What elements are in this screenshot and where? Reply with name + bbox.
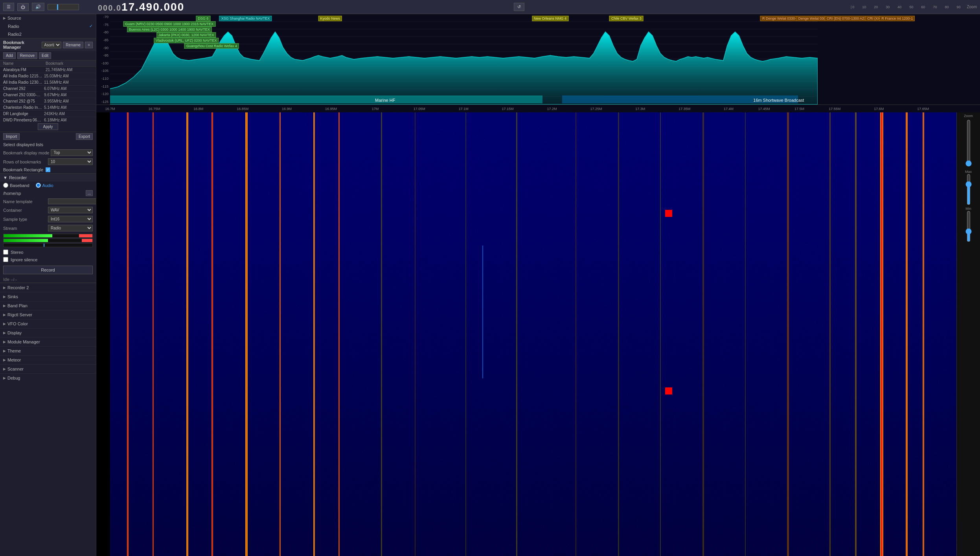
stream-select[interactable]: Radio VFO A bbox=[48, 225, 93, 231]
volume-button[interactable]: 🔊 bbox=[32, 3, 44, 11]
rows-select[interactable]: 10 5 15 bbox=[48, 158, 93, 165]
record-btn[interactable]: Record bbox=[3, 266, 93, 274]
band-plan-label: Band Plan bbox=[7, 303, 28, 308]
sidebar-item-radio2[interactable]: Radio2 bbox=[0, 30, 96, 38]
sidebar-item-radio[interactable]: Radio ✓ bbox=[0, 22, 96, 30]
bookmark-guangzhou[interactable]: Guangzhou Cost Radio Wefax 4 bbox=[184, 43, 239, 49]
y-label-0: -70 bbox=[96, 15, 110, 19]
bookmark-cri-xx[interactable]: CRI (XX) 0600-1 bbox=[865, 16, 895, 21]
bookmark-row-3[interactable]: Channel 2926.07MHz AM bbox=[0, 86, 96, 92]
red-square-2 bbox=[665, 387, 672, 395]
freq-tick-5: 16.95M bbox=[325, 107, 337, 111]
container-select[interactable]: WAV FLAC bbox=[48, 207, 93, 213]
bookmark-add-btn[interactable]: Add bbox=[3, 52, 16, 59]
bookmark-row-5[interactable]: Channel 292 @753.955MHz AM bbox=[0, 98, 96, 105]
power-button[interactable]: ⏻ bbox=[17, 3, 29, 11]
sidebar-item-debug[interactable]: ▶ Debug bbox=[0, 373, 96, 382]
bookmark-new-orleans[interactable]: New Orleans NMG 4 bbox=[532, 16, 568, 21]
y-label-1: -75 bbox=[96, 23, 110, 27]
spectrum-svg bbox=[110, 14, 818, 105]
freq-tick-6: 17M bbox=[372, 107, 379, 111]
sidebar-item-band-plan[interactable]: ▶ Band Plan bbox=[0, 301, 96, 310]
bookmark-r-france[interactable]: R France Int 1200-1 bbox=[879, 16, 915, 21]
sidebar-item-source[interactable]: ▶ Source bbox=[0, 14, 96, 22]
recorder2-label: Recorder 2 bbox=[7, 285, 29, 290]
bookmark-row-1[interactable]: All India Radio 1215-1315 A2315.03MHz AM bbox=[0, 73, 96, 79]
rigctl-label: Rigctl Server bbox=[7, 312, 32, 317]
freq-tick-0: 16.7M bbox=[105, 107, 115, 111]
ignore-silence-checkbox[interactable] bbox=[3, 257, 8, 262]
bookmark-row-4[interactable]: Channel 292 0300-17009.67MHz AM bbox=[0, 92, 96, 98]
bookmark-edit-btn[interactable]: Edit bbox=[39, 52, 51, 59]
wf-signal-med-6 bbox=[618, 112, 619, 556]
bookmark-jakarta[interactable]: Jakarta (PKX) 0030, 1200 NAVTEX bbox=[156, 32, 216, 38]
zoom-tick-2: 20 bbox=[874, 5, 878, 9]
refresh-button[interactable]: ↺ bbox=[514, 3, 524, 11]
sidebar-item-rigctl[interactable]: ▶ Rigctl Server bbox=[0, 310, 96, 319]
bookmark-manager-section: Bookmark Manager Asorti Rename + Add Rem… bbox=[0, 39, 96, 174]
max-slider[interactable] bbox=[965, 174, 972, 205]
sidebar-item-scanner[interactable]: ▶ Scanner bbox=[0, 364, 96, 373]
bookmark-guam[interactable]: Guam (NRV) 0230 0500 0900 1000 1900 2315… bbox=[123, 21, 215, 27]
recorder-header[interactable]: ▼ Recorder bbox=[0, 174, 96, 182]
sidebar-item-sinks[interactable]: ▶ Sinks bbox=[0, 292, 96, 301]
debug-arrow: ▶ bbox=[3, 376, 6, 380]
name-template-input[interactable]: $y-$M-$d_$h-$m-$s_$t_$f bbox=[48, 198, 96, 204]
wf-signal-6 bbox=[279, 112, 281, 556]
bookmark-xsg[interactable]: XSG Shanghai Radio NAVTEX bbox=[219, 16, 272, 21]
bookmark-remove-btn[interactable]: Remove bbox=[17, 52, 37, 59]
bookmark-row-6[interactable]: Charleston Radio International5.14MHz AM bbox=[0, 105, 96, 111]
audio-radio[interactable]: Audio bbox=[36, 183, 53, 188]
zoom-slider[interactable] bbox=[965, 119, 972, 167]
stream-row: Stream Radio VFO A bbox=[0, 224, 96, 233]
menu-button[interactable]: ☰ bbox=[3, 3, 14, 11]
bookmark-add-list-btn[interactable]: + bbox=[85, 42, 93, 48]
bookmark-vladivostok[interactable]: Vladivostok (URL, UFZ) 0200 NAVTEX bbox=[154, 38, 219, 43]
sidebar-item-theme[interactable]: ▶ Theme bbox=[0, 346, 96, 355]
bookmark-dsg6[interactable]: DSG 6 bbox=[196, 16, 210, 21]
min-slider[interactable] bbox=[965, 211, 972, 242]
band-marine-hf-label: Marine HF bbox=[375, 98, 395, 103]
apply-btn[interactable]: Apply bbox=[38, 123, 58, 130]
wf-signal-med-10 bbox=[787, 112, 789, 556]
bookmark-display-mode-select[interactable]: Top Bottom bbox=[51, 149, 93, 156]
sidebar-item-module-manager[interactable]: ▶ Module Manager bbox=[0, 337, 96, 346]
bookmark-row-8[interactable]: DWD Pinneberg 0600-0630 A26.18MHz AM bbox=[0, 117, 96, 122]
bookmark-row-0[interactable]: Alarabiya FM21.745MHz AM bbox=[0, 67, 96, 73]
bookmark-cri-en[interactable]: CRI (EN) 0700-1300 A23 bbox=[825, 16, 868, 21]
sidebar-item-recorder2[interactable]: ▶ Recorder 2 bbox=[0, 283, 96, 292]
recorder-label: Recorder bbox=[9, 175, 27, 180]
export-btn[interactable]: Export bbox=[76, 133, 93, 140]
ignore-silence-row: Ignore silence bbox=[0, 256, 96, 263]
bookmark-row-2[interactable]: All India Radio 1230-1400 A2311.56MHz AM bbox=[0, 79, 96, 86]
stereo-checkbox[interactable] bbox=[3, 250, 8, 255]
sidebar-item-display[interactable]: ▶ Display bbox=[0, 328, 96, 337]
freq-tick-1: 16.75M bbox=[148, 107, 160, 111]
path-browse-btn[interactable]: ... bbox=[86, 190, 93, 196]
sample-type-select[interactable]: Int16 Float32 bbox=[48, 216, 93, 222]
bookmark-chile[interactable]: Chile CBV Wefax 3 bbox=[609, 16, 644, 21]
baseband-radio[interactable]: Baseband bbox=[3, 183, 29, 188]
zoom-label-top: Zoom bbox=[967, 5, 977, 9]
bookmark-rename-btn[interactable]: Rename bbox=[63, 42, 83, 48]
sidebar-item-meteor[interactable]: ▶ Meteor bbox=[0, 355, 96, 364]
meteor-arrow: ▶ bbox=[3, 358, 6, 362]
bookmark-sort-select[interactable]: Asorti bbox=[42, 42, 61, 48]
bookmark-denge-welat-2[interactable]: Denge Welat 0300-3200 A23 bbox=[796, 16, 846, 21]
bookmark-kyodo[interactable]: Kyodo News bbox=[318, 16, 342, 21]
import-btn[interactable]: Import bbox=[3, 133, 20, 140]
path-row: /home/sp ... bbox=[0, 189, 96, 197]
band-marine-hf: Marine HF bbox=[153, 96, 618, 105]
waterfall[interactable]: Zoom Max Min bbox=[96, 112, 980, 556]
freq-tick-18: 17.6M bbox=[874, 107, 884, 111]
bookmark-manager-header: Bookmark Manager Asorti Rename + bbox=[0, 39, 96, 51]
bookmark-denge-welat-1[interactable]: R Denge Welat 0330-10:45 A23 bbox=[760, 16, 814, 21]
bookmark-row-7[interactable]: DR Langbolge243KHz AM bbox=[0, 111, 96, 117]
zoom-label-wf: Zoom bbox=[964, 114, 973, 118]
source-arrow: ▶ bbox=[3, 16, 6, 20]
freq-tick-2: 16.8M bbox=[193, 107, 203, 111]
bookmark-rect-checkbox[interactable]: ✓ bbox=[46, 167, 50, 172]
sidebar-item-vfo-color[interactable]: ▶ VFO Color bbox=[0, 319, 96, 328]
wf-signal-med-5 bbox=[575, 112, 576, 556]
bookmark-buenos-aires[interactable]: Buenos Aires (L2C) 0300 1000 1400 1900 N… bbox=[127, 27, 212, 32]
